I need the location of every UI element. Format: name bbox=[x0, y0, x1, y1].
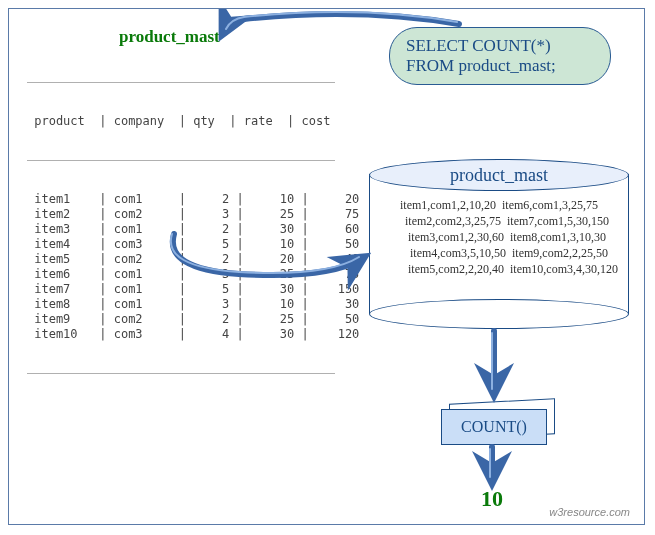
count-function-box: COUNT() bbox=[441, 409, 545, 451]
tuple: item5,com2,2,20,40 bbox=[383, 261, 507, 277]
result-value: 10 bbox=[481, 486, 503, 512]
tuple: item9,com2,2,25,50 bbox=[509, 245, 633, 261]
tuple: item3,com1,2,30,60 bbox=[383, 229, 507, 245]
sql-query-box: SELECT COUNT(*) FROM product_mast; bbox=[389, 27, 611, 85]
source-table: product | company | qty | rate | cost it… bbox=[27, 51, 359, 405]
tuple: item10,com3,4,30,120 bbox=[507, 261, 631, 277]
tuple: item7,com1,5,30,150 bbox=[504, 213, 628, 229]
table-title: product_mast bbox=[119, 27, 220, 47]
count-label: COUNT() bbox=[441, 409, 547, 445]
tuple: item2,com2,3,25,75 bbox=[380, 213, 504, 229]
data-cylinder: product_mast item1,com1,2,10,20item6,com… bbox=[369, 159, 629, 329]
tuple: item6,com1,3,25,75 bbox=[499, 197, 623, 213]
table-header-row: product | company | qty | rate | cost bbox=[27, 114, 359, 129]
cylinder-title: product_mast bbox=[369, 159, 629, 191]
sql-line: SELECT COUNT(*) bbox=[406, 36, 594, 56]
watermark: w3resource.com bbox=[549, 506, 630, 518]
tuple: item1,com1,2,10,20 bbox=[375, 197, 499, 213]
sql-line: FROM product_mast; bbox=[406, 56, 594, 76]
tuple: item4,com3,5,10,50 bbox=[385, 245, 509, 261]
tuple: item8,com1,3,10,30 bbox=[507, 229, 631, 245]
